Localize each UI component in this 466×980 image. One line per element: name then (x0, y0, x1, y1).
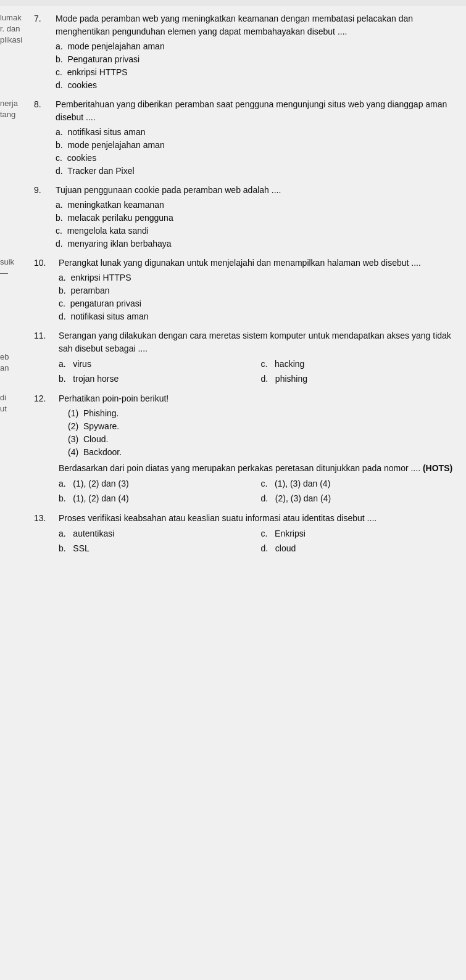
q9-options: a. meningkatkan keamanan b. melacak peri… (56, 199, 457, 250)
q11-opt-b: b. trojan horse (59, 372, 255, 385)
q9-content: Tujuan penggunaan cookie pada peramban w… (56, 184, 457, 250)
q11-opt-a: a. virus (59, 357, 255, 371)
question-7: 7. Mode pada peramban web yang meningkat… (34, 12, 457, 92)
q9-opt-c: c. mengelola kata sandi (56, 224, 457, 237)
q7-opt-a: a. mode penjelajahan aman (56, 40, 457, 53)
side-label-7b: r. dan (0, 23, 20, 35)
side-label-10b: — (0, 268, 8, 279)
question-8: 8. Pemberitahuan yang diberikan peramban… (34, 98, 457, 178)
q13-opt-d: d. cloud (261, 541, 457, 555)
q11-number: 11. (34, 329, 59, 386)
q12-opt-d: d. (2), (3) dan (4) (261, 492, 457, 505)
side-label-10a: suik (0, 257, 14, 268)
q9-opt-a: a. meningkatkan keamanan (56, 199, 457, 212)
q9-opt-d: d. menyaring iklan berbahaya (56, 237, 457, 250)
page: lumak r. dan plikasi 7. Mode pada peramb… (0, 6, 466, 980)
q13-opt-a: a. autentikasi (59, 527, 255, 540)
q10-number: 10. (34, 257, 59, 323)
question-13: 13. Proses verifikasi keabsahan atau kea… (34, 512, 457, 556)
q8-opt-a: a. notifikasi situs aman (56, 126, 457, 139)
side-label-7a: lumak (0, 12, 22, 23)
side-label-8a: nerja (0, 98, 18, 109)
q7-opt-d: d. cookies (56, 79, 457, 92)
q13-number: 13. (34, 512, 59, 556)
q12-point-3: (3) Cloud. (68, 433, 457, 446)
q10-content: Perangkat lunak yang digunakan untuk men… (59, 257, 457, 323)
q7-opt-c: c. enkripsi HTTPS (56, 66, 457, 79)
q11-options-2col: a. virus c. hacking b. trojan horse d. p… (59, 357, 457, 386)
q8-opt-c: c. cookies (56, 152, 457, 165)
q12-point-1: (1) Phishing. (68, 407, 457, 420)
question-11: 11. Serangan yang dilakukan dengan cara … (34, 329, 457, 386)
q13-options-2col: a. autentikasi c. Enkripsi b. SSL d. clo… (59, 527, 457, 556)
q7-opt-b: b. Pengaturan privasi (56, 53, 457, 66)
q12-opt-a: a. (1), (2) dan (3) (59, 477, 255, 490)
q12-extra-text: Berdasarkan dari poin diatas yang merupa… (59, 462, 457, 475)
q12-content: Perhatikan poin-poin berikut! (1) Phishi… (59, 392, 457, 506)
q13-opt-b: b. SSL (59, 541, 255, 555)
q7-options: a. mode penjelajahan aman b. Pengaturan … (56, 40, 457, 92)
q13-opt-c: c. Enkripsi (261, 527, 457, 540)
q8-opt-d: d. Tracker dan Pixel (56, 165, 457, 178)
q12-points: (1) Phishing. (2) Spyware. (3) Cloud. (4… (68, 407, 457, 459)
q7-number: 7. (34, 12, 56, 92)
q12-number: 12. (34, 392, 59, 506)
q9-number: 9. (34, 184, 56, 250)
q12-options-2col: a. (1), (2) dan (3) c. (1), (3) dan (4) … (59, 477, 457, 506)
q11-content: Serangan yang dilakukan dengan cara mere… (59, 329, 457, 386)
q8-options: a. notifikasi situs aman b. mode penjela… (56, 126, 457, 178)
q10-opt-d: d. notifikasi situs aman (59, 310, 457, 323)
q8-text: Pemberitahuan yang diberikan peramban sa… (56, 98, 457, 124)
q11-opt-c: c. hacking (261, 357, 457, 371)
question-10: 10. Perangkat lunak yang digunakan untuk… (34, 257, 457, 323)
q7-text: Mode pada peramban web yang meningkatkan… (56, 12, 457, 38)
side-label-12a: di (0, 392, 6, 403)
side-label-12b: ut (0, 403, 7, 414)
side-label-8b: tang (0, 109, 15, 120)
q10-opt-a: a. enkripsi HTTPS (59, 271, 457, 284)
side-label-11b: an (0, 363, 9, 374)
q10-text: Perangkat lunak yang digunakan untuk men… (59, 257, 457, 270)
q7-content: Mode pada peramban web yang meningkatkan… (56, 12, 457, 92)
q12-opt-c: c. (1), (3) dan (4) (261, 477, 457, 490)
q11-opt-d: d. phishing (261, 372, 457, 385)
q10-options: a. enkripsi HTTPS b. peramban c. pengatu… (59, 271, 457, 323)
q8-opt-b: b. mode penjelajahan aman (56, 139, 457, 152)
q11-text: Serangan yang dilakukan dengan cara mere… (59, 329, 457, 355)
q9-opt-b: b. melacak perilaku pengguna (56, 212, 457, 224)
q12-point-4: (4) Backdoor. (68, 446, 457, 459)
q8-content: Pemberitahuan yang diberikan peramban sa… (56, 98, 457, 178)
q9-text: Tujuan penggunaan cookie pada peramban w… (56, 184, 457, 197)
side-label-7c: plikasi (0, 35, 22, 46)
q12-opt-b: b. (1), (2) dan (4) (59, 492, 255, 505)
side-label-11a: eb (0, 352, 9, 363)
q12-point-2: (2) Spyware. (68, 420, 457, 433)
question-9: 9. Tujuan penggunaan cookie pada peramba… (34, 184, 457, 250)
q12-text: Perhatikan poin-poin berikut! (59, 392, 457, 405)
q10-opt-b: b. peramban (59, 284, 457, 297)
q8-number: 8. (34, 98, 56, 178)
q13-text: Proses verifikasi keabsahan atau keaslia… (59, 512, 457, 525)
question-12: 12. Perhatikan poin-poin berikut! (1) Ph… (34, 392, 457, 506)
q13-content: Proses verifikasi keabsahan atau keaslia… (59, 512, 457, 556)
q10-opt-c: c. pengaturan privasi (59, 297, 457, 310)
